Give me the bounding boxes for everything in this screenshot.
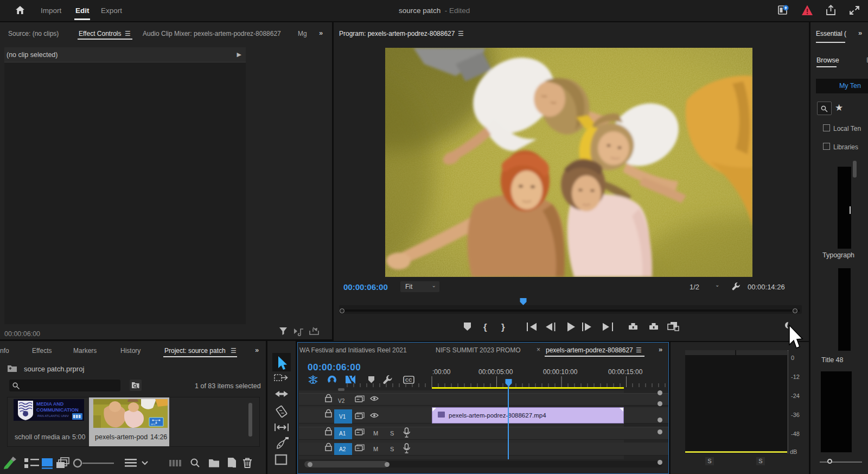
- svg-text:V1: V1: [339, 414, 346, 420]
- svg-text:M: M: [373, 446, 378, 452]
- svg-text:S: S: [390, 430, 394, 437]
- svg-text:A2: A2: [339, 446, 346, 452]
- svg-text:}: }: [501, 322, 505, 332]
- svg-text:MEDIA AND: MEDIA AND: [36, 401, 64, 407]
- svg-text:M: M: [373, 430, 378, 437]
- svg-text:COMMUNICATION: COMMUNICATION: [36, 407, 79, 413]
- svg-text:S: S: [390, 446, 394, 452]
- svg-text:{: {: [483, 322, 487, 332]
- svg-text:A1: A1: [339, 431, 346, 437]
- svg-text:PAN ATLANTIC UNIV: PAN ATLANTIC UNIV: [37, 414, 69, 418]
- svg-text:V2: V2: [338, 398, 345, 404]
- svg-text:MP4: MP4: [151, 423, 156, 426]
